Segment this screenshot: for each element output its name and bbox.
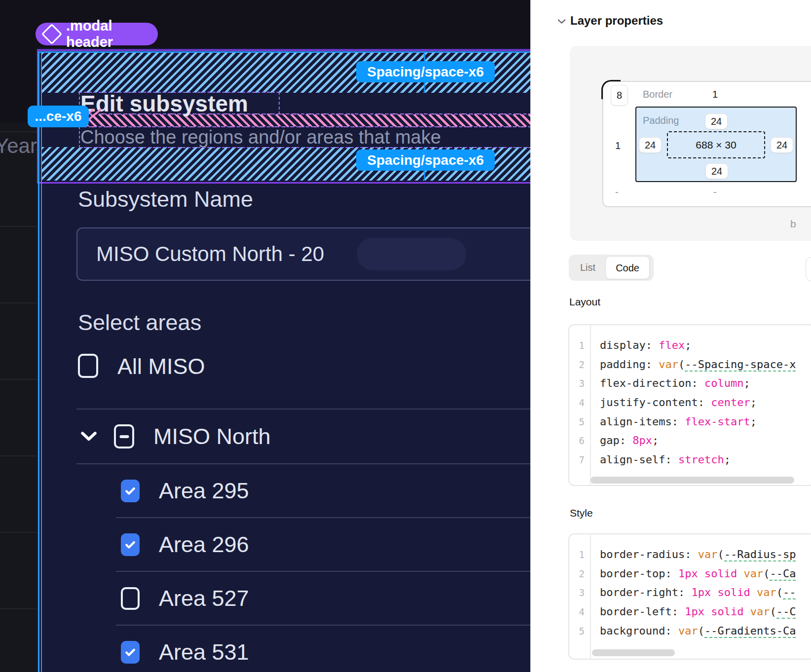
- padding-left-value: 24: [645, 140, 656, 151]
- padding-right-value: 24: [776, 140, 787, 151]
- code-line[interactable]: justify-content: center;: [600, 393, 811, 412]
- background-column-header: Year: [0, 134, 37, 158]
- radius-value: 8: [617, 90, 622, 101]
- modal-subtitle: Choose the regions and/or areas that mak…: [80, 127, 534, 147]
- selection-outline-top: [38, 51, 530, 53]
- layout-scrollbar[interactable]: [590, 477, 794, 484]
- component-diamond-icon: [41, 24, 62, 44]
- checkbox-checked[interactable]: [121, 641, 140, 664]
- component-badge[interactable]: .modal header: [36, 23, 158, 45]
- tree-row-area-296[interactable]: Area 296: [116, 518, 536, 572]
- code-line[interactable]: align-self: stretch;: [600, 450, 811, 470]
- background-table: [0, 122, 37, 672]
- tree-row-label: Area 527: [159, 586, 249, 611]
- component-badge-label: .modal header: [66, 18, 158, 50]
- content-size-box[interactable]: 688 × 30: [667, 131, 765, 158]
- tree-row-all-miso[interactable]: All MISO: [76, 343, 536, 410]
- select-areas-label: Select areas: [78, 310, 201, 336]
- indeterminate-icon: [119, 435, 129, 438]
- code-line[interactable]: background: var(--Gradients-Ca: [600, 622, 811, 641]
- checkbox-unchecked[interactable]: [121, 587, 140, 610]
- spacing-badge-left[interactable]: ...ce-x6: [28, 106, 89, 127]
- tab-code[interactable]: Code: [605, 256, 650, 279]
- tree-row-area-531[interactable]: Area 531: [116, 626, 536, 672]
- view-mode-tabs: List Code: [569, 255, 654, 281]
- code-line[interactable]: border-right: 1px solid var(--: [600, 583, 811, 602]
- content-size-value: 688 × 30: [696, 139, 736, 151]
- layout-code-block[interactable]: 1234567 display: flex;padding: var(--Spa…: [568, 324, 811, 486]
- panel-title: Layer properties: [570, 14, 663, 28]
- figma-dev-mode-canvas: Year Edit subsystem Choose the regions a…: [0, 0, 811, 672]
- tree-row-label: All MISO: [117, 354, 205, 379]
- padding-label: Padding: [643, 115, 679, 126]
- padding-top-badge[interactable]: 24: [705, 113, 728, 129]
- spacing-badge-top[interactable]: Spacing/space-x6: [356, 61, 495, 82]
- style-section-heading: Style: [570, 507, 593, 519]
- margin-bottom-value: -: [713, 187, 717, 198]
- code-lines: display: flex;padding: var(--Spacing-spa…: [591, 325, 811, 485]
- checkbox-checked[interactable]: [121, 533, 140, 556]
- padding-top-value: 24: [711, 116, 722, 127]
- section-chevron-icon[interactable]: [557, 19, 566, 24]
- clipped-card-text: b: [790, 218, 796, 230]
- padding-left-badge[interactable]: 24: [639, 137, 662, 153]
- code-line[interactable]: align-items: flex-start;: [600, 412, 811, 432]
- tree-row-area-295[interactable]: Area 295: [116, 464, 536, 518]
- padding-right-badge[interactable]: 24: [771, 137, 793, 153]
- check-icon: [124, 485, 137, 497]
- style-code-block[interactable]: 12345 border-radius: var(--Radius-spbord…: [568, 533, 811, 660]
- code-line[interactable]: flex-direction: column;: [600, 374, 811, 393]
- padding-bottom-value: 24: [711, 166, 722, 177]
- line-numbers: 1234567: [569, 325, 591, 485]
- checkbox-unchecked[interactable]: [78, 354, 98, 378]
- border-left-value: 1: [615, 140, 621, 151]
- code-line[interactable]: border-radius: var(--Radius-sp: [600, 545, 811, 564]
- clipped-control[interactable]: [806, 257, 811, 281]
- spacing-badge-bottom-label: Spacing/space-x6: [367, 152, 484, 168]
- selection-outline-left: [38, 51, 39, 672]
- border-label: Border: [643, 89, 672, 100]
- spacing-badge-bottom[interactable]: Spacing/space-x6: [356, 149, 495, 171]
- code-lines: border-radius: var(--Radius-spborder-top…: [591, 534, 811, 659]
- tree-row-label: Area 296: [159, 532, 249, 558]
- component-outline-bottom: [37, 182, 530, 184]
- tree-row-label: MISO North: [153, 424, 271, 449]
- tree-row-label: Area 531: [159, 639, 249, 665]
- check-icon: [124, 646, 137, 659]
- code-line[interactable]: gap: 8px;: [600, 431, 811, 450]
- code-line[interactable]: border-top: 1px solid var(--Ca: [600, 564, 811, 584]
- checkbox-indeterminate[interactable]: [114, 424, 134, 448]
- area-tree: All MISOMISO NorthArea 295Area 296Area 5…: [76, 343, 536, 672]
- line-numbers: 12345: [569, 534, 591, 659]
- chevron-down-icon[interactable]: [80, 431, 97, 442]
- selection-outline-left-inner: [41, 51, 42, 672]
- tree-row-miso-north[interactable]: MISO North: [76, 410, 536, 464]
- modal-title: Edit subsystem: [80, 92, 283, 115]
- spacing-badge-left-label: ...ce-x6: [35, 109, 82, 124]
- tab-list[interactable]: List: [570, 256, 605, 279]
- subsystem-name-value: MISO Custom North - 20: [96, 242, 324, 266]
- subsystem-name-input[interactable]: MISO Custom North - 20: [76, 227, 536, 281]
- tree-row-label: Area 295: [159, 478, 249, 504]
- check-icon: [124, 538, 137, 551]
- margin-left-value: -: [615, 187, 619, 198]
- style-scrollbar[interactable]: [592, 649, 675, 656]
- tree-row-area-527[interactable]: Area 527: [116, 572, 536, 626]
- border-top-value: 1: [712, 89, 718, 100]
- code-line[interactable]: border-left: 1px solid var(--C: [600, 602, 811, 622]
- radius-value-badge[interactable]: 8: [611, 85, 628, 106]
- subsystem-name-label: Subsystem Name: [78, 187, 253, 212]
- code-line[interactable]: padding: var(--Spacing-space-x: [600, 355, 811, 374]
- spacing-badge-top-label: Spacing/space-x6: [367, 64, 484, 80]
- padding-bottom-badge[interactable]: 24: [705, 163, 728, 179]
- input-value-overlay: [357, 238, 466, 270]
- checkbox-checked[interactable]: [121, 480, 140, 502]
- code-line[interactable]: display: flex;: [600, 336, 811, 355]
- layout-section-heading: Layout: [569, 296, 600, 308]
